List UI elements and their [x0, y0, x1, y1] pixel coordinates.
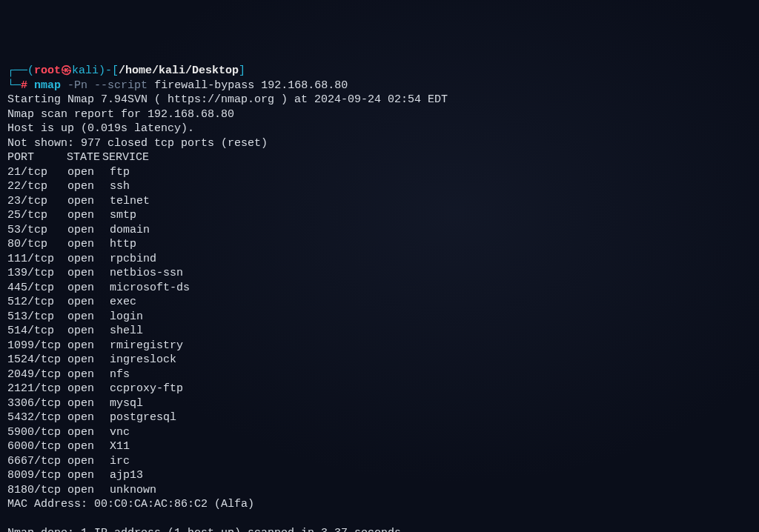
state-cell: open	[67, 194, 103, 209]
state-cell: open	[67, 368, 103, 382]
port-row: 53/tcp open domain	[7, 223, 752, 238]
port-row: 139/tcp open netbios-ssn	[7, 266, 752, 281]
prompt-user: root	[34, 64, 61, 77]
state-cell: open	[67, 468, 103, 483]
state-cell: open	[67, 281, 103, 296]
state-cell: open	[67, 353, 103, 368]
port-row: 23/tcp open telnet	[7, 194, 752, 209]
state-cell: open	[67, 439, 103, 454]
service-cell: ajp13	[110, 468, 143, 483]
service-cell: http	[110, 237, 136, 252]
port-row: 3306/tcp open mysql	[7, 396, 752, 411]
state-cell: open	[67, 179, 103, 194]
state-cell: open	[67, 310, 103, 325]
port-row: 512/tcp open exec	[7, 295, 752, 310]
port-row: 6000/tcp open X11	[7, 439, 752, 454]
state-cell: open	[67, 324, 103, 339]
state-cell: open	[67, 410, 103, 425]
state-cell: open	[67, 237, 103, 252]
port-row: 5900/tcp open vnc	[7, 425, 752, 440]
service-cell: microsoft-ds	[110, 281, 190, 296]
state-cell: open	[67, 252, 103, 267]
service-cell: ftp	[110, 165, 130, 180]
port-cell: 445/tcp	[7, 281, 61, 296]
service-cell: ingreslock	[110, 353, 176, 368]
port-row: 21/tcp open ftp	[7, 165, 752, 180]
command-name: nmap	[34, 79, 61, 92]
prompt-decoration: └─	[7, 79, 21, 92]
state-cell: open	[67, 295, 103, 310]
output-mac: MAC Address: 00:C0:CA:AC:86:C2 (Alfa)	[7, 498, 254, 511]
port-row: 111/tcp open rpcbind	[7, 252, 752, 267]
prompt-host: kali	[72, 64, 99, 77]
port-cell: 3306/tcp	[7, 396, 61, 411]
port-cell: 6667/tcp	[7, 454, 61, 469]
service-cell: X11	[110, 439, 130, 454]
service-cell: mysql	[110, 396, 143, 411]
port-row: 22/tcp open ssh	[7, 179, 752, 194]
command-args: firewall-bypass 192.168.68.80	[154, 79, 348, 92]
ports-list: 21/tcp open ftp22/tcp open ssh23/tcp ope…	[7, 165, 752, 498]
service-cell: irc	[110, 454, 130, 469]
port-cell: 22/tcp	[7, 179, 61, 194]
prompt-decoration: ]	[239, 64, 245, 77]
port-cell: 111/tcp	[7, 252, 61, 267]
state-cell: open	[67, 165, 103, 180]
service-cell: unknown	[110, 483, 156, 498]
prompt-decoration: )-[	[99, 64, 119, 77]
port-cell: 80/tcp	[7, 237, 61, 252]
port-cell: 8180/tcp	[7, 483, 61, 498]
port-row: 2121/tcp open ccproxy-ftp	[7, 382, 752, 396]
port-row: 513/tcp open login	[7, 310, 752, 325]
port-cell: 1099/tcp	[7, 339, 61, 353]
port-cell: 139/tcp	[7, 266, 61, 281]
port-row: 8180/tcp open unknown	[7, 483, 752, 498]
service-cell: vnc	[110, 425, 130, 440]
prompt-hash: #	[21, 79, 27, 92]
port-row: 1524/tcp open ingreslock	[7, 353, 752, 368]
port-cell: 21/tcp	[7, 165, 61, 180]
port-cell: 514/tcp	[7, 324, 61, 339]
ports-header-row: PORTSTATESERVICE	[7, 150, 752, 165]
state-cell: open	[67, 382, 103, 396]
prompt-skull-icon: ㉿	[61, 64, 72, 77]
port-cell: 1524/tcp	[7, 353, 61, 368]
header-service: SERVICE	[102, 150, 149, 165]
state-cell: open	[67, 483, 103, 498]
prompt-path: /home/kali/Desktop	[119, 64, 239, 77]
service-cell: telnet	[110, 194, 150, 209]
port-row: 8009/tcp open ajp13	[7, 468, 752, 483]
port-cell: 53/tcp	[7, 223, 61, 238]
output-not-shown: Not shown: 977 closed tcp ports (reset)	[7, 137, 268, 150]
port-row: 2049/tcp open nfs	[7, 368, 752, 382]
port-row: 25/tcp open smtp	[7, 208, 752, 223]
command-flags: -Pn --script	[67, 79, 148, 92]
port-cell: 5900/tcp	[7, 425, 61, 440]
state-cell: open	[67, 339, 103, 353]
state-cell: open	[67, 208, 103, 223]
service-cell: login	[110, 310, 143, 325]
service-cell: nfs	[110, 368, 130, 382]
service-cell: postgresql	[110, 410, 176, 425]
service-cell: netbios-ssn	[110, 266, 183, 281]
port-cell: 5432/tcp	[7, 410, 61, 425]
header-state: STATE	[67, 150, 102, 165]
port-cell: 513/tcp	[7, 310, 61, 325]
output-report: Nmap scan report for 192.168.68.80	[7, 108, 234, 121]
output-done: Nmap done: 1 IP address (1 host up) scan…	[7, 527, 401, 532]
service-cell: domain	[110, 223, 150, 238]
state-cell: open	[67, 454, 103, 469]
state-cell: open	[67, 425, 103, 440]
service-cell: smtp	[110, 208, 136, 223]
output-host-up: Host is up (0.019s latency).	[7, 122, 194, 135]
port-cell: 2049/tcp	[7, 368, 61, 382]
port-row: 514/tcp open shell	[7, 324, 752, 339]
terminal-output[interactable]: ┌──(root㉿kali)-[/home/kali/Desktop]└─# n…	[7, 64, 752, 532]
port-cell: 23/tcp	[7, 194, 61, 209]
port-row: 5432/tcp open postgresql	[7, 410, 752, 425]
output-starting: Starting Nmap 7.94SVN ( https://nmap.org…	[7, 93, 448, 106]
port-cell: 25/tcp	[7, 208, 61, 223]
prompt-line-2: └─# nmap -Pn --script firewall-bypass 19…	[7, 79, 752, 93]
port-row: 1099/tcp open rmiregistry	[7, 339, 752, 353]
state-cell: open	[67, 396, 103, 411]
